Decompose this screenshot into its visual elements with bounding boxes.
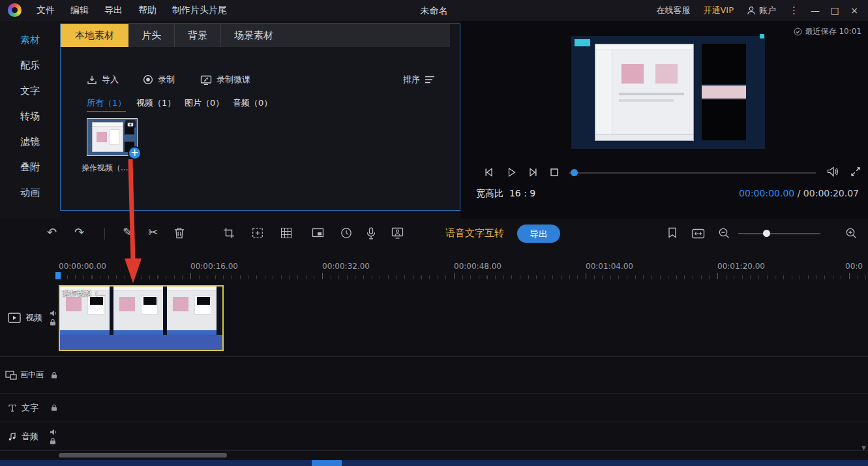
tab-background[interactable]: 背景 (174, 24, 220, 47)
sidebar-item-animation[interactable]: 动画 (0, 180, 60, 206)
maximize-button[interactable]: □ (825, 5, 845, 16)
total-time: 00:00:20.07 (803, 188, 859, 198)
scroll-down-arrow-icon[interactable]: ▼ (861, 444, 866, 451)
aspect-ratio-label: 宽高比 (476, 188, 503, 198)
video-clip[interactable]: 操作视频（... (59, 285, 224, 351)
marker-icon[interactable] (668, 227, 677, 239)
audio-track[interactable]: 音频 (0, 422, 868, 451)
voice-text-convert-button[interactable]: 语音文字互转 (445, 227, 504, 240)
timeline-tracks: 视频 操作视频（... 画中画 (0, 279, 868, 451)
sidebar-item-filter[interactable]: 滤镜 (0, 129, 60, 155)
microphone-icon[interactable] (366, 227, 376, 240)
filter-audio[interactable]: 音频（0） (233, 97, 272, 109)
duration-clock-icon[interactable] (340, 227, 352, 239)
tab-scene-material[interactable]: 场景素材 (220, 24, 286, 47)
material-filters: 所有（1） 视频（1） 图片（0） 音频（0） (61, 97, 460, 110)
split-scissors-icon[interactable]: ✂ (148, 225, 158, 240)
sidebar-item-text[interactable]: 文字 (0, 78, 60, 104)
record-lesson-icon (200, 75, 212, 85)
lock-track-icon[interactable] (51, 371, 57, 379)
sidebar-item-transition[interactable]: 转场 (0, 104, 60, 129)
tab-local-material[interactable]: 本地素材 (61, 24, 128, 47)
menu-intro-outro[interactable]: 制作片头片尾 (164, 5, 235, 16)
filter-video[interactable]: 视频（1） (136, 97, 175, 109)
sidebar-item-music[interactable]: 配乐 (0, 53, 60, 78)
pip-frame-icon[interactable] (312, 227, 324, 238)
presenter-icon[interactable] (391, 227, 404, 239)
stop-button[interactable] (550, 168, 559, 177)
preview-corner-handle[interactable] (760, 34, 764, 39)
export-button[interactable]: 导出 (517, 225, 560, 243)
redo-icon[interactable]: ↷ (74, 225, 84, 240)
sort-button[interactable]: 排序 (403, 71, 435, 88)
menubar-right: 在线客服 开通VIP 账户 ⋮ — □ × (650, 0, 864, 21)
preview-badge (575, 39, 590, 46)
previous-frame-button[interactable] (484, 167, 494, 178)
timeline-ruler[interactable]: 00:00:00.00 00:00:16.00 00:00:32.00 00:0… (0, 255, 868, 279)
timeline-zoom-slider[interactable] (738, 233, 820, 234)
video-track-icon (8, 313, 21, 323)
menu-edit[interactable]: 编辑 (63, 5, 97, 16)
canvas-size-icon[interactable] (252, 227, 263, 239)
lock-track-icon[interactable] (50, 437, 56, 444)
os-taskbar-strip (0, 460, 868, 466)
ruler-label: 00:01:04.00 (586, 262, 633, 271)
zoom-out-icon[interactable] (718, 227, 730, 239)
text-track-icon (8, 403, 17, 412)
volume-icon[interactable] (827, 166, 839, 177)
os-taskbar-highlight (312, 460, 342, 466)
record-button[interactable]: 录制 (143, 71, 175, 88)
horizontal-scrollbar[interactable] (0, 453, 868, 458)
app-logo-icon[interactable] (8, 3, 22, 17)
time-separator: / (798, 188, 801, 198)
edit-icon[interactable]: ✎ (123, 225, 132, 240)
video-track[interactable]: 视频 操作视频（... (0, 279, 868, 357)
delete-icon[interactable] (174, 227, 185, 239)
mute-track-icon[interactable] (50, 428, 57, 435)
fit-timeline-icon[interactable] (691, 228, 705, 239)
camera-badge-icon (125, 120, 136, 128)
import-icon (87, 75, 97, 85)
horizontal-scrollbar-thumb[interactable] (59, 453, 227, 458)
text-track[interactable]: 文字 (0, 394, 868, 422)
close-button[interactable]: × (845, 5, 864, 16)
menu-export[interactable]: 导出 (97, 5, 130, 16)
timeline-zoom-knob[interactable] (763, 230, 770, 237)
account-button[interactable]: 账户 (740, 5, 783, 16)
menu-file[interactable]: 文件 (29, 5, 63, 16)
crop-icon[interactable] (223, 227, 235, 239)
minimize-button[interactable]: — (805, 5, 825, 16)
media-item-name: 操作视频（... (82, 163, 147, 174)
pip-track[interactable]: 画中画 (0, 357, 868, 394)
media-item-thumbnail[interactable]: + (87, 118, 138, 156)
zoom-in-icon[interactable] (845, 227, 857, 239)
add-to-timeline-button[interactable]: + (128, 146, 142, 160)
video-preview[interactable] (571, 36, 765, 149)
sidebar-item-overlay[interactable]: 叠附 (0, 155, 60, 180)
filter-image[interactable]: 图片（0） (185, 97, 224, 109)
fullscreen-icon[interactable] (850, 166, 861, 177)
vip-link[interactable]: 开通VIP (696, 5, 740, 16)
video-track-text: 视频 (25, 312, 42, 324)
mute-track-icon[interactable] (50, 310, 57, 317)
more-menu-icon[interactable]: ⋮ (783, 5, 805, 16)
material-panel: 本地素材 片头 背景 场景素材 导入 录制 录制微课 (60, 23, 460, 211)
menu-help[interactable]: 帮助 (130, 5, 164, 16)
next-frame-button[interactable] (528, 167, 538, 178)
lock-track-icon[interactable] (50, 319, 56, 326)
lock-track-icon[interactable] (51, 404, 57, 411)
save-status: 最近保存 10:01 (794, 26, 861, 37)
online-service-link[interactable]: 在线客服 (650, 5, 696, 16)
seek-bar[interactable] (569, 172, 816, 174)
sidebar-item-material[interactable]: 素材 (0, 27, 60, 53)
filter-all[interactable]: 所有（1） (87, 97, 126, 112)
tab-intro[interactable]: 片头 (128, 24, 174, 47)
undo-icon[interactable]: ↶ (47, 225, 57, 240)
mosaic-icon[interactable] (280, 227, 292, 239)
record-lesson-button[interactable]: 录制微课 (200, 71, 250, 88)
playhead[interactable] (55, 272, 61, 279)
aspect-ratio[interactable]: 宽高比 16 : 9 (476, 188, 535, 200)
play-button[interactable] (506, 167, 516, 178)
import-button[interactable]: 导入 (87, 71, 119, 88)
seek-knob[interactable] (571, 169, 578, 176)
